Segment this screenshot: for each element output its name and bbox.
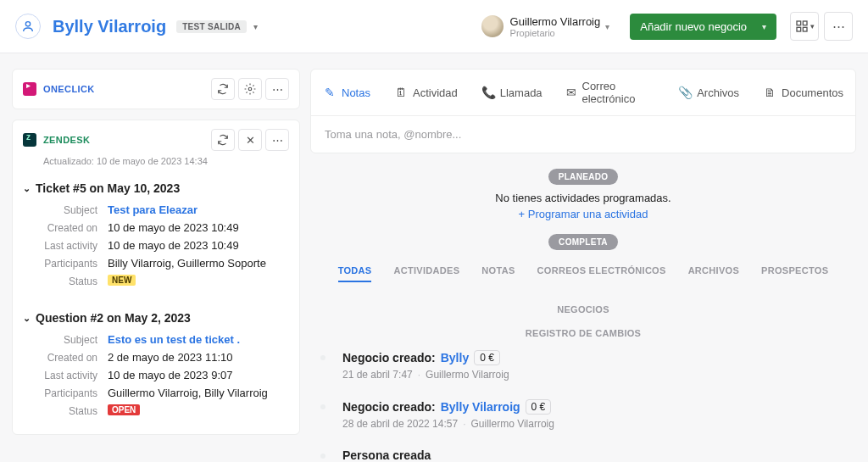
tab-documents[interactable]: 🗎Documentos [751,70,855,115]
contact-name[interactable]: Bylly Vilarroig [53,17,166,36]
owner-selector[interactable]: Guillermo Vilarroig Propietario ▾ [481,15,622,38]
clip-icon: 📎 [678,86,692,99]
filter-todas[interactable]: TODAS [338,265,372,282]
filter-correos[interactable]: CORREOS ELECTRÓNICOS [537,265,666,282]
ticket-toggle[interactable]: ⌄ Question #2 on May 2, 2023 [23,311,289,325]
refresh-button[interactable] [211,78,235,100]
svg-rect-4 [803,27,807,31]
empty-activity-text: No tienes actividades programadas. [310,192,856,204]
chevron-down-icon: ▾ [605,22,609,31]
settings-button[interactable] [238,78,262,100]
note-input[interactable]: Toma una nota, @nombre... [311,116,855,153]
timeline-item: Negocio creado: Bylly Vilarroig 0 € 28 d… [319,399,848,430]
activity-filter-tabs: TODAS ACTIVIDADES NOTAS CORREOS ELECTRÓN… [310,265,856,320]
integration-updated: Actualizado: 10 de mayo de 2023 14:34 [13,156,299,175]
more-menu-button[interactable]: ⋯ [824,12,853,41]
timeline-dot-icon [319,353,327,362]
deal-amount: 0 € [526,399,552,415]
tab-activity[interactable]: 🗓Actividad [382,70,470,115]
mail-icon: ✉ [566,86,577,99]
deal-link[interactable]: Bylly [441,351,469,365]
ticket-block: ⌄ Ticket #5 on May 10, 2023 SubjectTest … [13,175,299,304]
tab-email[interactable]: ✉Correo electrónico [554,70,667,115]
calendar-icon: 🗓 [394,86,408,99]
filter-actividades[interactable]: ACTIVIDADES [393,265,459,282]
chevron-down-icon: ⌄ [23,183,31,194]
phone-icon: 📞 [481,86,495,99]
deal-link[interactable]: Bylly Vilarroig [441,400,520,414]
page-header: Bylly Vilarroig TEST SALIDA ▾ Guillermo … [0,0,868,53]
integration-title[interactable]: ZENDESK [43,135,90,145]
close-button[interactable]: ✕ [238,129,262,151]
refresh-button[interactable] [211,129,235,151]
svg-point-0 [25,22,30,26]
activity-panel: ✎Notas 🗓Actividad 📞Llamada ✉Correo elect… [310,69,856,462]
filter-negocios[interactable]: NEGOCIOS [557,304,609,320]
status-badge: OPEN [108,404,140,415]
doc-icon: 🗎 [763,86,776,99]
filter-cambios[interactable]: REGISTRO DE CAMBIOS [526,328,642,338]
svg-point-5 [248,87,252,91]
owner-avatar-icon [481,15,504,37]
tab-files[interactable]: 📎Archivos [666,70,751,115]
compose-tabs: ✎Notas 🗓Actividad 📞Llamada ✉Correo elect… [311,70,855,116]
ticket-toggle[interactable]: ⌄ Ticket #5 on May 10, 2023 [23,181,289,195]
oneclick-icon [23,82,36,96]
timeline-dot-icon [319,403,327,411]
complete-pill: COMPLETA [548,234,618,250]
filter-prospectos[interactable]: PROSPECTOS [761,265,828,282]
ticket-subject-link[interactable]: Test para Eleazar [108,203,198,216]
timeline: Negocio creado: Bylly 0 € 21 de abril 7:… [310,350,856,462]
tab-call[interactable]: 📞Llamada [470,70,554,115]
timeline-dot-icon [319,452,327,460]
more-button[interactable]: ⋯ [265,78,289,100]
ticket-subject-link[interactable]: Esto es un test de ticket . [108,333,240,346]
person-icon [15,14,41,39]
deal-amount: 0 € [474,350,500,365]
schedule-activity-link[interactable]: + Programar una actividad [310,208,856,220]
timeline-item: Negocio creado: Bylly 0 € 21 de abril 7:… [319,350,848,381]
chevron-down-icon: ▾ [762,22,766,31]
planned-pill: PLANEADO [548,169,619,185]
ticket-block: ⌄ Question #2 on May 2, 2023 SubjectEsto… [13,304,299,434]
compose-card: ✎Notas 🗓Actividad 📞Llamada ✉Correo elect… [310,69,856,153]
status-badge: NEW [108,275,136,286]
filter-notas[interactable]: NOTAS [481,265,515,282]
layout-toggle-button[interactable]: ▾ [790,12,819,41]
svg-rect-2 [803,21,807,25]
zendesk-icon [23,133,36,147]
integration-card-oneclick: ONECLICK ⋯ [12,69,300,109]
integration-card-zendesk: ZENDESK ✕ ⋯ Actualizado: 10 de mayo de 2… [12,120,300,435]
filter-archivos[interactable]: ARCHIVOS [688,265,739,282]
owner-name: Guillermo Vilarroig [510,15,601,28]
sidebar: ONECLICK ⋯ ZENDESK [12,69,300,445]
timeline-item: Persona creada 2 de diciembre de 2021 13… [319,448,848,462]
svg-rect-3 [797,27,801,31]
note-icon: ✎ [323,86,337,99]
chevron-down-icon: ⌄ [23,313,31,324]
tags-chevron-icon[interactable]: ▾ [253,22,258,31]
tab-notes[interactable]: ✎Notas [311,70,382,115]
svg-rect-1 [797,21,801,25]
contact-tag[interactable]: TEST SALIDA [176,20,247,33]
more-button[interactable]: ⋯ [265,129,289,151]
owner-role: Propietario [510,28,601,38]
integration-title[interactable]: ONECLICK [43,84,95,94]
chevron-down-icon: ▾ [810,22,815,31]
add-deal-button[interactable]: Añadir nuevo negocio ▾ [630,14,776,40]
